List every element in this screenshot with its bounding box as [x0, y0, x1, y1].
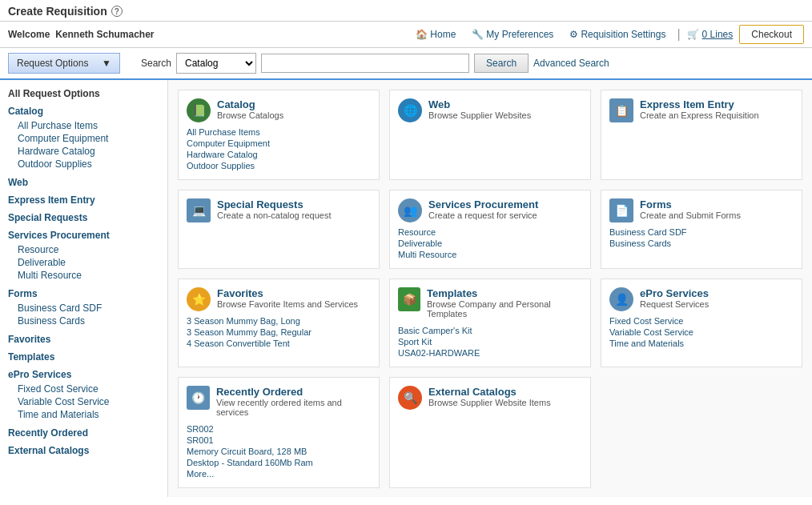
services-link-multi[interactable]: Multi Resource	[398, 249, 582, 260]
services-link-deliverable[interactable]: Deliverable	[398, 238, 582, 249]
epro-link-time[interactable]: Time and Materials	[609, 338, 794, 349]
help-icon[interactable]: ?	[111, 6, 123, 17]
sidebar-section-special: Special Requests	[8, 212, 159, 223]
special-icon: 💻	[187, 198, 211, 222]
forms-link-sdf[interactable]: Business Card SDF	[609, 226, 794, 238]
favorites-link-mummy-long[interactable]: 3 Season Mummy Bag, Long	[187, 315, 371, 327]
epro-card-title[interactable]: ePro Services	[640, 287, 709, 299]
recently-card-desc: View recently ordered items and services	[216, 398, 371, 417]
catalog-link-outdoor[interactable]: Outdoor Supplies	[187, 160, 371, 171]
catalog-icon: 📗	[187, 98, 211, 122]
catalog-link-computer[interactable]: Computer Equipment	[187, 138, 371, 149]
sidebar-item-outdoor-supplies[interactable]: Outdoor Supplies	[8, 158, 159, 170]
nav-right: 🏠 Home 🔧 My Preferences ⚙ Requisition Se…	[411, 25, 804, 44]
card-forms: 📄 Forms Create and Submit Forms Business…	[601, 190, 802, 269]
home-link[interactable]: 🏠 Home	[411, 27, 460, 42]
express-card-title[interactable]: Express Item Entry	[640, 98, 759, 110]
services-card-desc: Create a request for service	[428, 210, 538, 220]
sidebar-item-variable-cost[interactable]: Variable Cost Service	[8, 395, 159, 408]
external-card-desc: Browse Supplier Website Items	[428, 398, 551, 407]
card-web: 🌐 Web Browse Supplier Websites	[389, 90, 591, 180]
catalog-link-all[interactable]: All Purchase Items	[187, 126, 371, 138]
templates-link-usa02[interactable]: USA02-HARDWARE	[398, 347, 582, 359]
forms-card-title[interactable]: Forms	[640, 198, 741, 210]
card-recently: 🕐 Recently Ordered View recently ordered…	[178, 377, 380, 488]
search-button[interactable]: Search	[474, 54, 529, 73]
recently-link-sr001[interactable]: SR001	[187, 435, 371, 446]
forms-link-cards[interactable]: Business Cards	[609, 238, 794, 249]
favorites-icon: ⭐	[187, 287, 211, 311]
preferences-icon: 🔧	[472, 29, 484, 40]
web-card-title[interactable]: Web	[428, 98, 531, 110]
advanced-search-link[interactable]: Advanced Search	[533, 58, 609, 69]
checkout-button[interactable]: Checkout	[739, 25, 804, 44]
sidebar-item-computer-equipment[interactable]: Computer Equipment	[8, 132, 159, 145]
recently-link-memory[interactable]: Memory Circuit Board, 128 MB	[187, 446, 371, 457]
sidebar-item-resource[interactable]: Resource	[8, 243, 159, 256]
cart-area[interactable]: 🛒 0 Lines	[687, 29, 734, 40]
recently-link-more[interactable]: More...	[187, 468, 371, 479]
card-epro: 👤 ePro Services Request Services Fixed C…	[601, 279, 802, 367]
favorites-link-mummy-regular[interactable]: 3 Season Mummy Bag, Regular	[187, 327, 371, 338]
recently-link-desktop[interactable]: Desktop - Standard 160Mb Ram	[187, 457, 371, 468]
services-card-title[interactable]: Services Procurement	[428, 198, 538, 210]
sidebar-item-all-purchase[interactable]: All Purchase Items	[8, 119, 159, 132]
my-preferences-link[interactable]: 🔧 My Preferences	[467, 27, 558, 42]
forms-card-links: Business Card SDF Business Cards	[609, 226, 794, 249]
recently-link-sr002[interactable]: SR002	[187, 423, 371, 435]
sidebar-section-web: Web	[8, 177, 159, 188]
templates-card-title[interactable]: Templates	[427, 287, 582, 299]
sidebar-item-deliverable[interactable]: Deliverable	[8, 256, 159, 269]
epro-link-variable[interactable]: Variable Cost Service	[609, 327, 794, 338]
home-label: Home	[430, 29, 456, 40]
sidebar-item-fixed-cost[interactable]: Fixed Cost Service	[8, 383, 159, 395]
sidebar-item-hardware-catalog[interactable]: Hardware Catalog	[8, 145, 159, 158]
sidebar-item-catalog[interactable]: Catalog	[8, 106, 159, 117]
epro-link-fixed[interactable]: Fixed Cost Service	[609, 315, 794, 327]
favorites-card-title[interactable]: Favorites	[217, 287, 358, 299]
web-card-desc: Browse Supplier Websites	[428, 110, 531, 120]
card-express: 📋 Express Item Entry Create an Express R…	[601, 90, 802, 180]
sidebar-item-external[interactable]: External Catalogs	[8, 445, 159, 456]
cart-icon: 🛒	[687, 29, 699, 40]
request-options-button[interactable]: Request Options ▼	[8, 53, 120, 74]
requisition-settings-link[interactable]: ⚙ Requisition Settings	[565, 27, 670, 42]
templates-card-links: Basic Camper's Kit Sport Kit USA02-HARDW…	[398, 325, 582, 359]
catalog-card-title[interactable]: Catalog	[217, 98, 283, 110]
card-header-recently: 🕐 Recently Ordered View recently ordered…	[187, 386, 371, 420]
forms-card-desc: Create and Submit Forms	[640, 210, 741, 220]
express-card-desc: Create an Express Requisition	[640, 110, 759, 120]
external-card-title[interactable]: External Catalogs	[428, 386, 551, 398]
sidebar-item-favorites[interactable]: Favorites	[8, 334, 159, 345]
sidebar-item-business-cards[interactable]: Business Cards	[8, 315, 159, 327]
services-link-resource[interactable]: Resource	[398, 226, 582, 238]
sidebar-item-templates[interactable]: Templates	[8, 351, 159, 363]
favorites-link-tent[interactable]: 4 Season Convertible Tent	[187, 338, 371, 349]
sidebar-section-catalog: Catalog All Purchase Items Computer Equi…	[8, 106, 159, 170]
card-header-templates: 📦 Templates Browse Company and Personal …	[398, 287, 582, 322]
templates-link-sport[interactable]: Sport Kit	[398, 336, 582, 347]
recently-card-title[interactable]: Recently Ordered	[216, 386, 371, 398]
sidebar-item-epro[interactable]: ePro Services	[8, 369, 159, 380]
catalog-link-hardware[interactable]: Hardware Catalog	[187, 149, 371, 160]
sidebar-item-business-card-sdf[interactable]: Business Card SDF	[8, 302, 159, 315]
sidebar-item-special[interactable]: Special Requests	[8, 212, 159, 223]
sidebar-item-express[interactable]: Express Item Entry	[8, 194, 159, 206]
templates-link-camper[interactable]: Basic Camper's Kit	[398, 325, 582, 336]
sidebar-item-time-materials[interactable]: Time and Materials	[8, 408, 159, 421]
search-category-select[interactable]: Catalog Suppliers Items	[176, 53, 256, 74]
welcome-label: Welcome	[8, 29, 50, 40]
special-card-title[interactable]: Special Requests	[217, 198, 331, 210]
search-input[interactable]	[261, 54, 469, 73]
card-header-web: 🌐 Web Browse Supplier Websites	[398, 98, 582, 123]
sidebar-item-services[interactable]: Services Procurement	[8, 230, 159, 241]
card-services: 👥 Services Procurement Create a request …	[389, 190, 591, 269]
sidebar-section-favorites: Favorites	[8, 334, 159, 345]
sidebar: All Request Options Catalog All Purchase…	[0, 80, 168, 497]
divider: |	[677, 27, 680, 42]
main-layout: All Request Options Catalog All Purchase…	[0, 80, 812, 497]
sidebar-item-recently[interactable]: Recently Ordered	[8, 427, 159, 439]
sidebar-item-web[interactable]: Web	[8, 177, 159, 188]
sidebar-item-multi-resource[interactable]: Multi Resource	[8, 269, 159, 282]
sidebar-item-forms[interactable]: Forms	[8, 288, 159, 299]
